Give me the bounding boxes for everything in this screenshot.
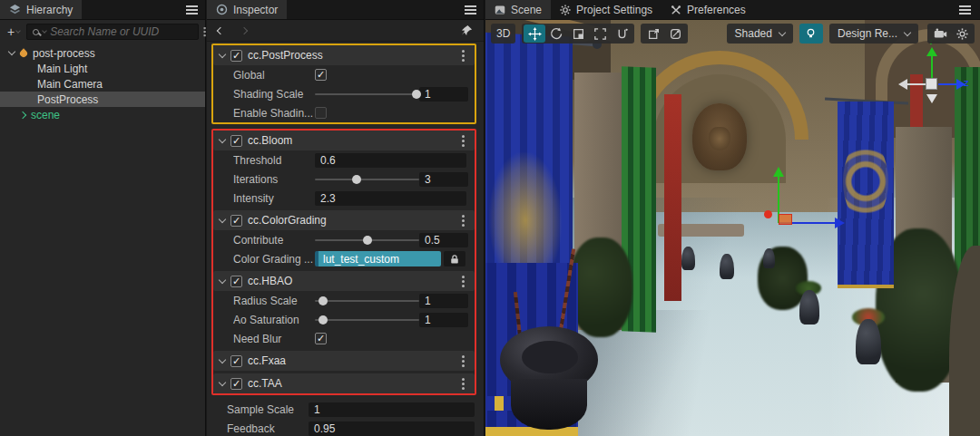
fxaa-header[interactable]: cc.Fxaa xyxy=(213,351,475,371)
threshold-input[interactable] xyxy=(315,153,466,168)
component-enabled-checkbox[interactable] xyxy=(230,50,242,62)
more-menu-icon[interactable] xyxy=(458,376,468,392)
feedback-input[interactable] xyxy=(309,421,475,436)
slider-handle[interactable] xyxy=(352,175,361,184)
component-enabled-checkbox[interactable] xyxy=(230,355,242,367)
hbao-header[interactable]: cc.HBAO xyxy=(213,271,475,291)
coordinate-toggle-button[interactable] xyxy=(664,24,686,43)
intensity-input[interactable] xyxy=(315,191,466,206)
global-checkbox[interactable] xyxy=(315,69,327,81)
component-enabled-checkbox[interactable] xyxy=(230,215,242,227)
forward-button[interactable] xyxy=(240,26,248,34)
rect-tool-button[interactable] xyxy=(589,24,611,43)
tools-icon xyxy=(671,5,681,15)
ao-saturation-value[interactable]: 1 xyxy=(419,313,468,327)
more-menu-icon[interactable] xyxy=(458,133,468,149)
tab-inspector[interactable]: Inspector xyxy=(207,0,287,19)
pin-icon[interactable] xyxy=(461,24,473,36)
sample-scale-input[interactable] xyxy=(309,402,475,417)
hierarchy-menu-button[interactable] xyxy=(186,0,205,19)
more-menu-icon[interactable] xyxy=(458,48,468,63)
ao-saturation-slider[interactable] xyxy=(315,314,419,326)
view-axis-gizmo[interactable]: Y Z xyxy=(898,47,967,116)
chevron-down-icon[interactable] xyxy=(219,378,226,385)
postprocess-header[interactable]: cc.PostProcess xyxy=(213,45,475,65)
chevron-right-icon[interactable] xyxy=(19,111,26,118)
search-icon xyxy=(33,29,39,35)
inspector-tabbar: Inspector xyxy=(207,0,484,20)
chevron-down-icon[interactable] xyxy=(219,135,226,142)
viewport-toolbar: 3D xyxy=(491,24,975,44)
back-button[interactable] xyxy=(217,26,224,34)
lighting-toggle-button[interactable] xyxy=(799,24,823,44)
contribute-slider[interactable] xyxy=(315,234,419,247)
viewport-settings-button[interactable] xyxy=(951,24,973,43)
component-enabled-checkbox[interactable] xyxy=(230,276,242,287)
cauldron-body xyxy=(511,379,587,430)
hbao-component: cc.HBAO Radius Scale 1 Ao Satura xyxy=(213,271,475,348)
transform-gizmo[interactable] xyxy=(744,167,853,253)
tab-scene[interactable]: Scene xyxy=(485,0,551,19)
move-tool-button[interactable] xyxy=(524,24,545,43)
need-blur-checkbox[interactable] xyxy=(315,333,327,344)
lock-button[interactable] xyxy=(444,251,466,266)
scale-tool-button[interactable] xyxy=(567,24,589,43)
shaded-mode-dropdown[interactable]: Shaded xyxy=(727,24,793,44)
component-title: cc.PostProcess xyxy=(248,49,323,62)
chevron-down-icon[interactable] xyxy=(219,50,226,57)
property-row-feedback: Feedback xyxy=(207,419,484,436)
axis-y-arrow[interactable] xyxy=(926,47,937,56)
slider-handle[interactable] xyxy=(318,296,328,305)
radius-scale-value[interactable]: 1 xyxy=(419,294,468,308)
component-enabled-checkbox[interactable] xyxy=(230,378,242,390)
scene-viewport[interactable]: Y Z 3D xyxy=(485,20,980,436)
inspector-menu-button[interactable] xyxy=(465,0,484,19)
colorgrading-header[interactable]: cc.ColorGrading xyxy=(213,210,475,230)
axis-neg-y-arrow[interactable] xyxy=(926,94,937,103)
gear-icon xyxy=(560,5,571,15)
tab-project-settings[interactable]: Project Settings xyxy=(551,0,662,19)
design-resolution-dropdown[interactable]: Design Re... xyxy=(829,24,918,44)
iterations-value[interactable]: 3 xyxy=(419,172,468,187)
lut-asset-field[interactable]: lut_test_custom xyxy=(315,251,441,266)
enable-shading-checkbox[interactable] xyxy=(315,107,327,119)
chevron-down-icon[interactable] xyxy=(219,215,226,222)
iterations-slider[interactable] xyxy=(315,173,419,186)
scene-menu-button[interactable] xyxy=(959,0,980,19)
mode-3d-button[interactable]: 3D xyxy=(491,24,515,44)
tree-node-scene[interactable]: scene xyxy=(0,107,205,122)
shading-scale-value[interactable]: 1 xyxy=(419,87,468,102)
chevron-down-icon[interactable] xyxy=(8,48,15,55)
radius-scale-slider[interactable] xyxy=(315,295,419,307)
tree-node-post-process[interactable]: post-process xyxy=(0,45,205,61)
chevron-down-icon[interactable] xyxy=(219,355,226,363)
rotate-tool-button[interactable] xyxy=(545,24,567,43)
contribute-value[interactable]: 0.5 xyxy=(419,233,468,247)
tab-hierarchy[interactable]: Hierarchy xyxy=(0,0,82,19)
tab-preferences[interactable]: Preferences xyxy=(662,0,755,19)
tree-node-main-camera[interactable]: Main Camera xyxy=(0,76,205,92)
search-input[interactable] xyxy=(50,25,192,38)
more-menu-icon[interactable] xyxy=(458,354,468,369)
more-menu-icon[interactable] xyxy=(458,213,468,228)
slider-handle[interactable] xyxy=(363,236,372,245)
slider-handle[interactable] xyxy=(318,315,328,325)
add-node-button[interactable]: + xyxy=(5,24,22,39)
bloom-header[interactable]: cc.Bloom xyxy=(213,131,475,150)
more-menu-icon[interactable] xyxy=(458,274,468,289)
unified-tool-button[interactable] xyxy=(611,24,632,43)
shading-scale-slider[interactable] xyxy=(315,88,419,101)
gizmo-x-handle[interactable] xyxy=(764,210,772,218)
tree-node-main-light[interactable]: Main Light xyxy=(0,61,205,76)
property-label: Global xyxy=(233,69,315,82)
axis-center-cube[interactable] xyxy=(926,78,937,90)
gizmo-plane-handle[interactable] xyxy=(779,214,792,225)
chevron-down-icon[interactable] xyxy=(219,276,226,283)
tree-node-postprocess-selected[interactable]: PostProcess xyxy=(0,92,205,107)
taa-header[interactable]: cc.TAA xyxy=(213,373,475,393)
component-enabled-checkbox[interactable] xyxy=(230,135,242,147)
axis-x-arrow[interactable] xyxy=(898,79,907,90)
camera-preview-button[interactable] xyxy=(929,24,951,43)
slider-handle[interactable] xyxy=(412,90,421,99)
pivot-toggle-button[interactable] xyxy=(642,24,664,43)
